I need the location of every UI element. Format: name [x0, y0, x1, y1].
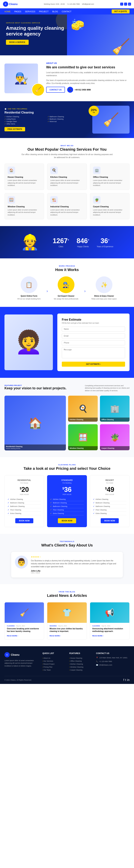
testimonial-stars: ★★★★☆ [31, 556, 119, 558]
footer-twitter-icon[interactable]: t [125, 678, 126, 682]
footer-link[interactable]: Pricing Plan [43, 665, 65, 669]
service-title: Office Cleaning [93, 176, 126, 178]
projects-tag: FEATURED PROJECT [4, 384, 66, 386]
carpet-cleaning-icon: 🪴 [93, 196, 101, 204]
feature-5: Extra Cleaning [93, 512, 126, 515]
price-card-standard: Standard For Building $36 PER HOUR Kitch… [47, 475, 87, 527]
about-contact-button[interactable]: CONTACT US [46, 87, 65, 93]
nav-pages[interactable]: PAGES [14, 10, 21, 12]
phone-input[interactable] [62, 340, 125, 345]
footer-link[interactable]: House Cleaning [69, 657, 91, 659]
footer-logo-icon: C [4, 652, 10, 657]
stat-cities-num: 1267+ [53, 237, 69, 245]
footer-links-title-2: Features [69, 652, 91, 654]
footer-link[interactable]: Office Cleaning [69, 659, 91, 662]
step-3-desc: Relax and enjoy your clean space [91, 298, 117, 300]
feature-item: Bathroom Cleaning [48, 116, 88, 118]
service-card-house: 🏠 House Cleaning Lorem ipsum dolor sit a… [4, 163, 44, 190]
service-desc: Lorem ipsum dolor sit amet consectetur a… [50, 209, 84, 216]
social-links[interactable]: f t in [120, 3, 131, 6]
footer-links-col2: Features House Cleaning Office Cleaning … [69, 652, 91, 672]
blog-title-3: Announcing attachment resolution methodo… [92, 627, 127, 633]
footer-address: 📍 123 Main Street, New York, NY 10001 [96, 657, 130, 659]
footer-link[interactable]: About Us [43, 657, 65, 659]
hero-tag: SERVICE BEST CLEANING SERVICE [6, 22, 69, 24]
footer-social[interactable]: f t in [124, 678, 130, 682]
read-more-1[interactable]: READ MORE › [7, 635, 18, 637]
estimate-person-icon: 👩‍🦱 [15, 329, 43, 355]
proj-icon-2: 🏢 [110, 404, 119, 413]
footer-about-text: Lorem ipsum dolor sit amet consectetur a… [4, 659, 38, 667]
name-input[interactable] [62, 327, 125, 332]
name-field-row [62, 327, 125, 332]
phone-field-row [62, 340, 125, 345]
how-header: WORK PROCESS How it Works [4, 265, 130, 272]
book-standard-button[interactable]: BOOK NOW [58, 518, 76, 523]
service-desc: Lorem ipsum dolor sit amet consectetur a… [8, 209, 41, 216]
nav-services[interactable]: SERVICES [25, 10, 35, 12]
email-footer-icon: ✉️ [96, 664, 98, 666]
nav-menu: HOME PAGES SERVICES PROJECT BLOG CONTACT… [0, 8, 134, 14]
book-residential-button[interactable]: BOOK NOW [15, 518, 33, 523]
service-title: Window Cleaning [8, 206, 41, 208]
blog-img-icon-1: 🧹 [20, 608, 29, 617]
blog-headline: Latest News & Articles [4, 593, 130, 598]
pricing-cards: Residential For House $20 PER HOUR Kitch… [4, 475, 130, 527]
stat-cities-label: Cities [53, 246, 69, 248]
read-more-3[interactable]: READ MORE › [92, 635, 104, 637]
blog-grid: 🧹 CLEANING Sep 01, 2021 Overcome breakin… [4, 602, 130, 640]
estimate-submit-button[interactable]: GET ESTIMATE › [62, 362, 125, 367]
proj-featured-label: Residential CleaningHouse cleaning servi… [4, 444, 66, 451]
stat-experience-label: Years of Experience [97, 246, 113, 248]
step-3-title: Shine & Enjoy Cleaner [91, 295, 117, 297]
footer-link[interactable]: Kitchen Cleaning [69, 662, 91, 665]
nav-blog[interactable]: BLOG [52, 10, 58, 12]
footer-logo[interactable]: C Cleanu [4, 652, 38, 657]
blog-img-icon-3: 📢 [105, 608, 114, 617]
topbar: C Cleanu Working Hours: 8:00 - 20:00 +1 … [0, 0, 134, 8]
book-resort-button[interactable]: BOOK NOW [101, 518, 119, 523]
feature-1: Kitchen Cleaning [93, 498, 126, 501]
proj-icon-1: 🍳 [78, 404, 88, 413]
nav-project[interactable]: PROJECT [39, 10, 49, 12]
twitter-icon[interactable]: t [124, 3, 127, 6]
feature-3: Bathroom Cleaning [50, 505, 84, 508]
nav-contact[interactable]: CONTACT [62, 10, 71, 12]
footer-link[interactable]: Carpet Cleaning [69, 669, 91, 672]
feature-4: Floor Cleaning [50, 508, 84, 512]
step-1: 📋 Quick Online Form Fill out our simple … [17, 276, 41, 300]
hero-cta-button[interactable]: BOOK A SERVICE [6, 40, 29, 45]
how-headline: How it Works [4, 268, 130, 272]
hero-image: 🧹 🧽 [67, 14, 134, 55]
residential-cta-button[interactable]: FREE ESTIMATE [4, 127, 25, 131]
email-input[interactable] [62, 333, 125, 338]
testimonial-avatar: 👨 [15, 556, 28, 568]
footer-link[interactable]: Window Cleaning [69, 665, 91, 669]
feature-1: Kitchen Cleaning [50, 498, 84, 501]
projects-headline: Keep your vision to our latest projects. [4, 386, 66, 390]
step-2-image: 👨‍🔧 [58, 276, 75, 293]
footer-link[interactable]: Our Team [43, 669, 65, 672]
facebook-icon[interactable]: f [120, 3, 123, 6]
footer-facebook-icon[interactable]: f [124, 678, 124, 682]
footer-brand-name: Cleanu [11, 653, 20, 656]
projects-grid: 🏠 Residential CleaningHouse cleaning ser… [4, 396, 130, 451]
logo[interactable]: C Cleanu [3, 1, 18, 7]
nav-cta-button[interactable]: GET A QUOTE [112, 9, 130, 13]
projects-header: FEATURED PROJECT Keep your vision to our… [4, 384, 130, 392]
footer-link[interactable]: Our Services [43, 659, 65, 662]
blog-card-2: 👕 WASHING Sep 01, 2021 Mission iron your… [47, 602, 87, 640]
footer-email: ✉️ info@cleanu.com [96, 664, 130, 666]
feature-3: Bathroom Cleaning [93, 505, 126, 508]
topbar-info: Working Hours: 8:00 - 20:00 +1 123-456-7… [44, 3, 94, 5]
nav-home[interactable]: HOME [4, 10, 10, 12]
footer-link[interactable]: Recent Project [43, 662, 65, 665]
footer-bottom: © 2021 Cleanu. All Rights Reserved. f t … [4, 676, 130, 684]
read-more-2[interactable]: READ MORE › [50, 635, 61, 637]
testimonial-role: CEO, Client [31, 572, 119, 574]
message-input[interactable] [62, 347, 125, 358]
plan-name-2: Standard [50, 479, 84, 481]
linkedin-icon[interactable]: in [128, 3, 131, 6]
footer-linkedin-icon[interactable]: in [127, 678, 130, 682]
estimate-form: Free Estimate Fill the form and get a fr… [57, 314, 130, 371]
